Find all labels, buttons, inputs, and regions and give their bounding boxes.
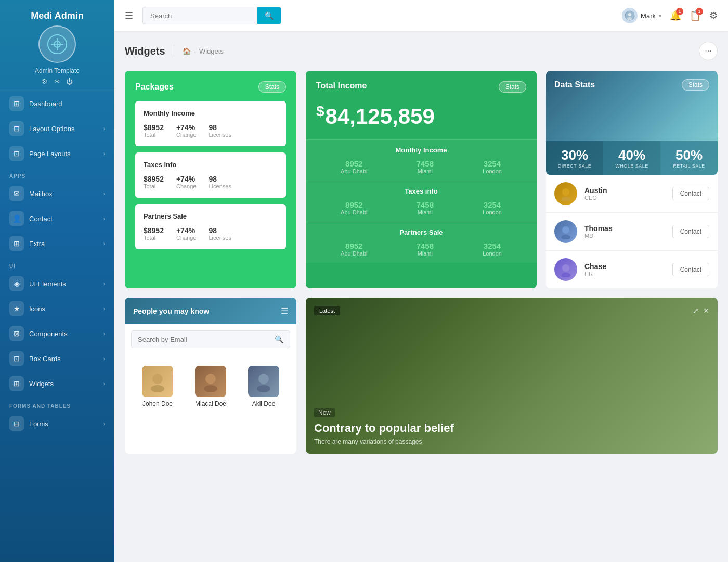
stat-change-0: +74% Change <box>176 123 197 138</box>
stat-total-val-1: $8952 <box>144 175 164 183</box>
more-options-button[interactable]: ··· <box>699 42 718 60</box>
ui-section-label: UI <box>0 256 114 271</box>
sidebar-item-icons[interactable]: ★ Icons › <box>0 296 114 321</box>
people-search-input[interactable] <box>138 336 275 343</box>
contact-avatar-0 <box>554 182 577 205</box>
sidebar-label-contact: Contact <box>29 215 103 223</box>
mailbox-icon: ✉ <box>9 186 24 201</box>
search-button[interactable]: 🔍 <box>257 7 281 24</box>
packages-header: Packages Stats <box>135 81 286 93</box>
search-bar: 🔍 <box>142 7 281 24</box>
box-cards-icon: ⊡ <box>9 351 24 366</box>
user-name: Mark <box>641 12 656 20</box>
income-stat-lbl-2-0: Abu Dhabi <box>341 250 367 257</box>
income-stat-2-2: 3254 London <box>483 241 502 257</box>
datastats-contacts-column: Data Stats Stats 30% DIRECT SALE 40% WHO… <box>546 71 718 288</box>
layout-options-icon: ⊟ <box>9 121 24 136</box>
sidebar-item-dashboard[interactable]: ⊞ Dashboard <box>0 91 114 116</box>
sidebar-brand: Medi Admin Admin Template ⚙ ✉ ⏻ <box>0 0 114 91</box>
income-stat-val-1-0: 8952 <box>341 200 367 209</box>
contact-button-2[interactable]: Contact <box>672 263 709 276</box>
income-stat-0-0: 8952 Abu Dhabi <box>341 159 367 174</box>
chevron-right-forms: › <box>103 421 105 427</box>
income-stat-val-0-1: 7458 <box>417 159 434 168</box>
income-stat-lbl-0-0: Abu Dhabi <box>341 168 367 174</box>
stat-change-1: +74% Change <box>176 175 197 189</box>
user-menu[interactable]: Mark ▾ <box>622 8 661 23</box>
income-stat-0-2: 3254 London <box>483 159 502 174</box>
mail-icon[interactable]: ✉ <box>54 78 60 85</box>
sidebar-label-dashboard: Dashboard <box>29 100 105 108</box>
latest-expand-icon[interactable]: ⤢ <box>693 306 699 315</box>
income-sections: Monthly Income 8952 Abu Dhabi 7458 Miami <box>306 139 537 263</box>
sidebar-item-contact[interactable]: 👤 Contact › <box>0 206 114 231</box>
people-menu-icon[interactable]: ☰ <box>281 306 288 316</box>
stat-licenses-2: 98 Licenses <box>209 226 231 241</box>
income-section-2: Partners Sale 8952 Abu Dhabi 7458 Miami <box>306 222 537 263</box>
income-stat-val-0-0: 8952 <box>341 159 367 168</box>
income-section-0-stats: 8952 Abu Dhabi 7458 Miami 3254 London <box>316 159 526 174</box>
stat-change-val-0: +74% <box>176 123 197 132</box>
user-dropdown-icon: ▾ <box>659 13 661 19</box>
chevron-right-box: › <box>103 356 105 362</box>
calendar-icon[interactable]: 📋 1 <box>690 10 701 21</box>
page-header: Widgets 🏠 - Widgets ··· <box>125 42 718 60</box>
packages-section-1-stats: $8952 Total +74% Change 98 Licenses <box>144 175 278 189</box>
contact-row-0: Austin CEO Contact <box>546 175 718 213</box>
page-layouts-icon: ⊡ <box>9 146 24 161</box>
extra-icon: ⊞ <box>9 236 24 251</box>
income-stat-val-2-2: 3254 <box>483 241 502 250</box>
person-card-0: Johen Doe <box>131 361 184 413</box>
contact-row-2: Chase HR Contact <box>546 251 718 288</box>
income-stat-val-2-0: 8952 <box>341 241 367 250</box>
sidebar-item-layout-options[interactable]: ⊟ Layout Options › <box>0 116 114 141</box>
contact-name-0: Austin <box>584 186 672 195</box>
chevron-right-extra: › <box>103 241 105 247</box>
sidebar-item-widgets[interactable]: ⊞ Widgets › <box>0 371 114 396</box>
sidebar-item-forms[interactable]: ⊟ Forms › <box>0 411 114 436</box>
power-icon[interactable]: ⏻ <box>66 78 73 85</box>
latest-new-badge: New <box>314 408 335 417</box>
sidebar-item-extra[interactable]: ⊞ Extra › <box>0 231 114 256</box>
sidebar-item-components[interactable]: ⊠ Components › <box>0 321 114 346</box>
packages-section-2-stats: $8952 Total +74% Change 98 Licenses <box>144 226 278 241</box>
stat-licenses-1: 98 Licenses <box>209 175 231 189</box>
page-header-actions: ··· <box>699 42 718 60</box>
datastats-badge[interactable]: Stats <box>682 79 709 91</box>
packages-badge[interactable]: Stats <box>258 81 286 93</box>
pct-retail-lbl: RETAIL SALE <box>666 163 712 169</box>
income-badge[interactable]: Stats <box>499 81 526 93</box>
calendar-badge: 1 <box>696 8 703 15</box>
svg-point-15 <box>258 374 269 384</box>
forms-icon: ⊟ <box>9 416 24 431</box>
stat-total-lbl-1: Total <box>144 183 164 189</box>
people-search-button[interactable]: 🔍 <box>275 335 283 343</box>
latest-close-icon[interactable]: ✕ <box>703 306 709 315</box>
sidebar-label-extra: Extra <box>29 240 103 248</box>
latest-tag: Latest <box>314 306 340 315</box>
contact-button-0[interactable]: Contact <box>672 187 709 200</box>
sidebar-item-box-cards[interactable]: ⊡ Box Cards › <box>0 346 114 371</box>
pct-whole-val: 40% <box>608 147 655 163</box>
notifications-icon[interactable]: 🔔 1 <box>670 10 681 21</box>
stat-change-lbl-0: Change <box>176 132 197 138</box>
home-icon[interactable]: 🏠 <box>183 47 191 55</box>
components-icon: ⊠ <box>9 326 24 341</box>
sidebar-item-ui-elements[interactable]: ◈ UI Elements › <box>0 271 114 296</box>
settings-icon[interactable]: ⚙ <box>42 78 48 85</box>
latest-sub: There are many variations of passages <box>314 438 709 445</box>
contact-name-2: Chase <box>584 262 672 271</box>
sidebar-label-components: Components <box>29 330 103 338</box>
contact-button-1[interactable]: Contact <box>672 225 709 238</box>
person-card-2: Akli Doe <box>237 361 290 413</box>
menu-toggle-icon[interactable]: ☰ <box>125 10 133 21</box>
breadcrumb: 🏠 - Widgets <box>183 47 224 55</box>
settings-topbar-icon[interactable]: ⚙ <box>709 10 718 21</box>
search-input[interactable] <box>143 8 257 24</box>
income-section-2-stats: 8952 Abu Dhabi 7458 Miami 3254 London <box>316 241 526 257</box>
sidebar-item-mailbox[interactable]: ✉ Mailbox › <box>0 181 114 206</box>
contact-info-1: Thomas MD <box>584 224 672 239</box>
sidebar-item-page-layouts[interactable]: ⊡ Page Layouts › <box>0 141 114 166</box>
contact-name-1: Thomas <box>584 224 672 233</box>
packages-section-1: Taxes info $8952 Total +74% Change 98 Li <box>135 152 286 198</box>
